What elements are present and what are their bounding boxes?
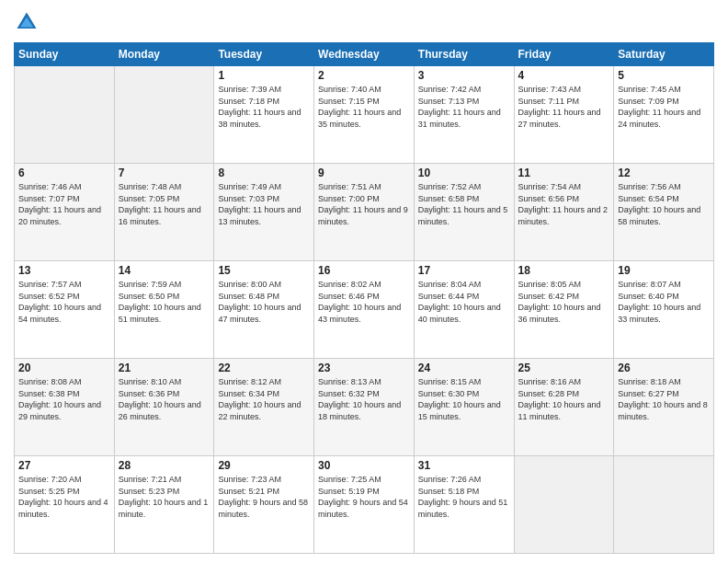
day-info: Sunrise: 8:02 AMSunset: 6:46 PMDaylight:… bbox=[318, 279, 410, 325]
day-info: Sunrise: 7:45 AMSunset: 7:09 PMDaylight:… bbox=[618, 84, 710, 130]
day-info: Sunrise: 7:49 AMSunset: 7:03 PMDaylight:… bbox=[218, 181, 310, 227]
day-info: Sunrise: 7:43 AMSunset: 7:11 PMDaylight:… bbox=[518, 84, 610, 130]
day-info: Sunrise: 7:20 AMSunset: 5:25 PMDaylight:… bbox=[18, 474, 110, 520]
day-number: 14 bbox=[119, 264, 210, 277]
calendar-cell: 30Sunrise: 7:25 AMSunset: 5:19 PMDayligh… bbox=[314, 456, 415, 554]
day-info: Sunrise: 7:52 AMSunset: 6:58 PMDaylight:… bbox=[418, 181, 510, 227]
day-number: 6 bbox=[18, 167, 110, 179]
col-header-saturday: Saturday bbox=[614, 43, 714, 66]
calendar-cell: 1Sunrise: 7:39 AMSunset: 7:18 PMDaylight… bbox=[214, 66, 314, 164]
calendar-week-row: 1Sunrise: 7:39 AMSunset: 7:18 PMDaylight… bbox=[15, 66, 714, 164]
calendar-cell: 17Sunrise: 8:04 AMSunset: 6:44 PMDayligh… bbox=[414, 261, 514, 359]
calendar-cell: 23Sunrise: 8:13 AMSunset: 6:32 PMDayligh… bbox=[314, 359, 415, 456]
calendar-cell: 24Sunrise: 8:15 AMSunset: 6:30 PMDayligh… bbox=[414, 359, 514, 456]
calendar-cell: 2Sunrise: 7:40 AMSunset: 7:15 PMDaylight… bbox=[314, 66, 415, 164]
day-number: 10 bbox=[418, 167, 510, 179]
calendar-cell: 8Sunrise: 7:49 AMSunset: 7:03 PMDaylight… bbox=[214, 164, 314, 261]
day-info: Sunrise: 8:04 AMSunset: 6:44 PMDaylight:… bbox=[418, 279, 510, 325]
day-info: Sunrise: 8:12 AMSunset: 6:34 PMDaylight:… bbox=[218, 376, 310, 422]
calendar-week-row: 20Sunrise: 8:08 AMSunset: 6:38 PMDayligh… bbox=[15, 359, 714, 456]
day-info: Sunrise: 8:13 AMSunset: 6:32 PMDaylight:… bbox=[318, 376, 410, 422]
day-number: 11 bbox=[518, 167, 610, 179]
day-info: Sunrise: 7:23 AMSunset: 5:21 PMDaylight:… bbox=[218, 474, 310, 520]
calendar-cell: 12Sunrise: 7:56 AMSunset: 6:54 PMDayligh… bbox=[614, 164, 714, 261]
col-header-tuesday: Tuesday bbox=[214, 43, 314, 66]
day-info: Sunrise: 7:21 AMSunset: 5:23 PMDaylight:… bbox=[119, 474, 210, 520]
day-number: 27 bbox=[18, 459, 110, 472]
calendar-cell: 25Sunrise: 8:16 AMSunset: 6:28 PMDayligh… bbox=[514, 359, 614, 456]
day-info: Sunrise: 7:42 AMSunset: 7:13 PMDaylight:… bbox=[418, 84, 510, 130]
day-number: 22 bbox=[218, 362, 310, 374]
calendar-cell: 19Sunrise: 8:07 AMSunset: 6:40 PMDayligh… bbox=[614, 261, 714, 359]
day-number: 2 bbox=[318, 69, 410, 82]
day-number: 9 bbox=[318, 167, 410, 179]
calendar-cell: 14Sunrise: 7:59 AMSunset: 6:50 PMDayligh… bbox=[114, 261, 214, 359]
day-number: 3 bbox=[418, 69, 510, 82]
calendar-week-row: 6Sunrise: 7:46 AMSunset: 7:07 PMDaylight… bbox=[15, 164, 714, 261]
day-number: 25 bbox=[518, 362, 610, 374]
day-number: 19 bbox=[618, 264, 710, 277]
day-number: 7 bbox=[119, 167, 210, 179]
day-info: Sunrise: 8:10 AMSunset: 6:36 PMDaylight:… bbox=[119, 376, 210, 422]
calendar-cell: 27Sunrise: 7:20 AMSunset: 5:25 PMDayligh… bbox=[15, 456, 115, 554]
calendar-cell: 31Sunrise: 7:26 AMSunset: 5:18 PMDayligh… bbox=[414, 456, 514, 554]
calendar-cell bbox=[114, 66, 214, 164]
col-header-wednesday: Wednesday bbox=[314, 43, 415, 66]
day-number: 21 bbox=[119, 362, 210, 374]
calendar-cell: 7Sunrise: 7:48 AMSunset: 7:05 PMDaylight… bbox=[114, 164, 214, 261]
day-number: 29 bbox=[218, 459, 310, 472]
day-number: 24 bbox=[418, 362, 510, 374]
day-info: Sunrise: 7:51 AMSunset: 7:00 PMDaylight:… bbox=[318, 181, 410, 227]
day-number: 13 bbox=[18, 264, 110, 277]
day-info: Sunrise: 8:00 AMSunset: 6:48 PMDaylight:… bbox=[218, 279, 310, 325]
calendar-cell: 20Sunrise: 8:08 AMSunset: 6:38 PMDayligh… bbox=[15, 359, 115, 456]
calendar-cell: 16Sunrise: 8:02 AMSunset: 6:46 PMDayligh… bbox=[314, 261, 415, 359]
calendar-header-row: SundayMondayTuesdayWednesdayThursdayFrid… bbox=[15, 43, 714, 66]
day-number: 18 bbox=[518, 264, 610, 277]
calendar-week-row: 13Sunrise: 7:57 AMSunset: 6:52 PMDayligh… bbox=[15, 261, 714, 359]
calendar-cell: 5Sunrise: 7:45 AMSunset: 7:09 PMDaylight… bbox=[614, 66, 714, 164]
day-info: Sunrise: 7:48 AMSunset: 7:05 PMDaylight:… bbox=[119, 181, 210, 227]
logo-icon bbox=[14, 9, 40, 35]
day-info: Sunrise: 7:59 AMSunset: 6:50 PMDaylight:… bbox=[119, 279, 210, 325]
day-number: 26 bbox=[618, 362, 710, 374]
calendar-cell: 28Sunrise: 7:21 AMSunset: 5:23 PMDayligh… bbox=[114, 456, 214, 554]
calendar-cell: 13Sunrise: 7:57 AMSunset: 6:52 PMDayligh… bbox=[15, 261, 115, 359]
col-header-friday: Friday bbox=[514, 43, 614, 66]
day-info: Sunrise: 7:40 AMSunset: 7:15 PMDaylight:… bbox=[318, 84, 410, 130]
calendar-cell: 4Sunrise: 7:43 AMSunset: 7:11 PMDaylight… bbox=[514, 66, 614, 164]
calendar-cell bbox=[614, 456, 714, 554]
day-info: Sunrise: 7:56 AMSunset: 6:54 PMDaylight:… bbox=[618, 181, 710, 227]
col-header-thursday: Thursday bbox=[414, 43, 514, 66]
day-info: Sunrise: 8:05 AMSunset: 6:42 PMDaylight:… bbox=[518, 279, 610, 325]
calendar-cell: 18Sunrise: 8:05 AMSunset: 6:42 PMDayligh… bbox=[514, 261, 614, 359]
day-number: 20 bbox=[18, 362, 110, 374]
day-info: Sunrise: 7:57 AMSunset: 6:52 PMDaylight:… bbox=[18, 279, 110, 325]
day-info: Sunrise: 7:39 AMSunset: 7:18 PMDaylight:… bbox=[218, 84, 310, 130]
day-number: 12 bbox=[618, 167, 710, 179]
calendar-cell bbox=[514, 456, 614, 554]
day-number: 17 bbox=[418, 264, 510, 277]
calendar-cell: 6Sunrise: 7:46 AMSunset: 7:07 PMDaylight… bbox=[15, 164, 115, 261]
day-info: Sunrise: 8:08 AMSunset: 6:38 PMDaylight:… bbox=[18, 376, 110, 422]
day-number: 8 bbox=[218, 167, 310, 179]
day-info: Sunrise: 7:54 AMSunset: 6:56 PMDaylight:… bbox=[518, 181, 610, 227]
calendar-cell: 26Sunrise: 8:18 AMSunset: 6:27 PMDayligh… bbox=[614, 359, 714, 456]
day-info: Sunrise: 8:15 AMSunset: 6:30 PMDaylight:… bbox=[418, 376, 510, 422]
calendar-cell: 15Sunrise: 8:00 AMSunset: 6:48 PMDayligh… bbox=[214, 261, 314, 359]
calendar-cell: 29Sunrise: 7:23 AMSunset: 5:21 PMDayligh… bbox=[214, 456, 314, 554]
day-number: 4 bbox=[518, 69, 610, 82]
calendar-cell: 21Sunrise: 8:10 AMSunset: 6:36 PMDayligh… bbox=[114, 359, 214, 456]
calendar-cell: 9Sunrise: 7:51 AMSunset: 7:00 PMDaylight… bbox=[314, 164, 415, 261]
day-number: 23 bbox=[318, 362, 410, 374]
day-number: 1 bbox=[218, 69, 310, 82]
day-info: Sunrise: 8:07 AMSunset: 6:40 PMDaylight:… bbox=[618, 279, 710, 325]
day-number: 15 bbox=[218, 264, 310, 277]
calendar-cell bbox=[15, 66, 115, 164]
page: SundayMondayTuesdayWednesdayThursdayFrid… bbox=[0, 0, 728, 563]
calendar-cell: 22Sunrise: 8:12 AMSunset: 6:34 PMDayligh… bbox=[214, 359, 314, 456]
day-number: 28 bbox=[119, 459, 210, 472]
day-info: Sunrise: 7:26 AMSunset: 5:18 PMDaylight:… bbox=[418, 474, 510, 520]
header bbox=[14, 9, 714, 35]
day-number: 5 bbox=[618, 69, 710, 82]
